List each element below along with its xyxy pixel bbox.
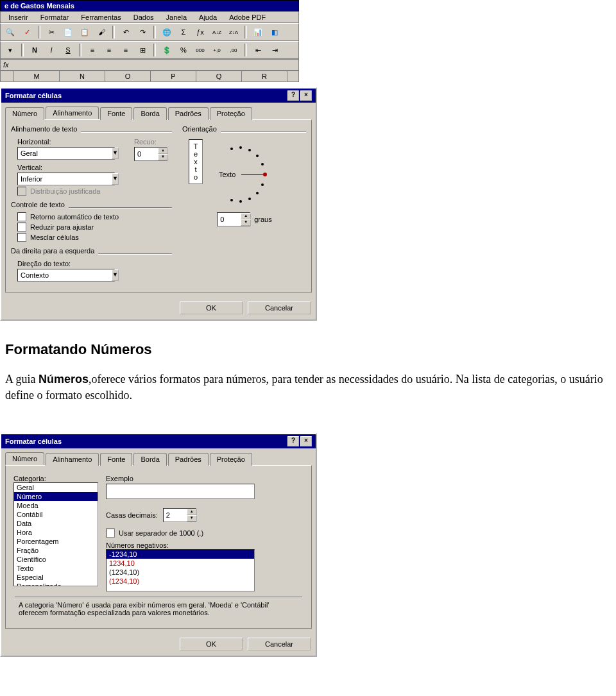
spin-up-icon[interactable]: ▲ [187,509,197,515]
spellcheck-icon[interactable]: ✓ [20,25,34,39]
sort-asc-icon[interactable]: A↓Z [210,25,224,39]
col-header-q[interactable]: Q [196,71,242,81]
corner-cell[interactable] [1,71,14,81]
combo-vertical-input[interactable] [18,174,112,184]
checkbox-thousands-separator[interactable]: Usar separador de 1000 (.) [106,529,304,538]
function-icon[interactable]: ƒx [193,25,207,39]
menu-dados[interactable]: Dados [128,12,159,22]
tab-padroes[interactable]: Padrões [168,453,209,466]
undo-icon[interactable]: ↶ [119,25,133,39]
col-header-o[interactable]: O [105,71,151,81]
checkbox-wrap-text[interactable]: Retorno automático de texto [17,212,172,221]
cancel-button[interactable]: Cancelar [248,638,311,650]
menu-adobe-pdf[interactable]: Adobe PDF [224,12,271,22]
combo-text-direction[interactable]: ▼ [17,269,115,282]
spin-down-icon[interactable]: ▼ [187,515,197,522]
list-item[interactable]: Geral [14,483,98,492]
list-item[interactable]: Data [14,519,98,528]
list-item[interactable]: Contábil [14,510,98,519]
decrease-indent-icon[interactable]: ⇤ [251,43,265,57]
list-item[interactable]: (1234,10) [107,568,254,577]
menu-janela[interactable]: Janela [161,12,192,22]
tab-numero[interactable]: Número [5,107,44,120]
spin-indent-input[interactable] [135,149,158,159]
spin-degrees-input[interactable] [218,214,241,225]
bold-icon[interactable]: N [28,43,42,57]
list-item[interactable]: Moeda [14,501,98,510]
list-item[interactable]: Especial [14,573,98,582]
menu-ajuda[interactable]: Ajuda [194,12,222,22]
tab-borda[interactable]: Borda [133,107,166,120]
spin-indent[interactable]: ▲ ▼ [134,147,167,161]
list-item[interactable]: Fração [14,546,98,555]
list-item[interactable]: 1234,10 [107,559,254,568]
ok-button[interactable]: OK [180,301,243,314]
col-header-p[interactable]: P [151,71,196,81]
tab-fonte[interactable]: Fonte [100,453,132,466]
tab-protecao[interactable]: Proteção [210,107,252,120]
percent-icon[interactable]: % [176,43,191,57]
hyperlink-icon[interactable]: 🌐 [160,25,174,39]
decrease-decimal-icon[interactable]: ,00 [227,43,241,57]
tab-alinhamento[interactable]: Alinhamento [46,106,99,119]
spin-decimals-input[interactable] [164,510,187,520]
tab-alinhamento[interactable]: Alinhamento [46,453,99,466]
checkbox-merge-cells[interactable]: Mesclar células [17,233,172,242]
checkbox-icon[interactable] [106,529,115,538]
close-button[interactable]: × [300,436,312,446]
tab-borda[interactable]: Borda [133,453,166,466]
paste-icon[interactable]: 📋 [78,25,92,39]
vertical-text-button[interactable]: Texto [189,139,203,184]
orientation-dial[interactable]: Texto [209,139,280,210]
redo-icon[interactable]: ↷ [135,25,150,39]
comma-icon[interactable]: 000 [193,43,207,57]
help-button[interactable]: ? [287,90,299,101]
align-center-icon[interactable]: ≡ [102,43,116,57]
format-painter-icon[interactable]: 🖌 [94,25,108,39]
ok-button[interactable]: OK [180,638,243,650]
spin-decimals[interactable]: ▲ ▼ [163,508,196,522]
tab-protecao[interactable]: Proteção [210,453,252,466]
italic-icon[interactable]: I [44,43,58,57]
list-item[interactable]: Número [14,492,98,501]
combo-horizontal[interactable]: ▼ [17,147,115,160]
help-button[interactable]: ? [287,436,299,446]
autosum-icon[interactable]: Σ [176,25,191,39]
menu-formatar[interactable]: Formatar [35,12,74,22]
copy-icon[interactable]: 📄 [61,25,75,39]
list-negative-numbers[interactable]: -1234,10 1234,10 (1234,10) (1234,10) [106,549,255,591]
tab-padroes[interactable]: Padrões [168,107,209,120]
checkbox-shrink-to-fit[interactable]: Reduzir para ajustar [17,223,172,232]
cancel-button[interactable]: Cancelar [248,301,311,314]
tab-numero[interactable]: Número [5,452,44,465]
currency-icon[interactable]: 💲 [160,43,174,57]
spin-down-icon[interactable]: ▼ [241,219,251,226]
list-item[interactable]: (1234,10) [107,577,254,586]
increase-decimal-icon[interactable]: +,0 [210,43,224,57]
cut-icon[interactable]: ✂ [44,25,58,39]
underline-icon[interactable]: S [61,43,75,57]
list-category[interactable]: Geral Número Moeda Contábil Data Hora Po… [13,482,98,586]
checkbox-icon[interactable] [17,212,26,221]
menu-ferramentas[interactable]: Ferramentas [76,12,126,22]
list-item[interactable]: Científico [14,555,98,564]
list-item[interactable]: -1234,10 [107,550,254,559]
list-item[interactable]: Personalizado [14,582,98,586]
spin-down-icon[interactable]: ▼ [158,154,168,160]
combo-horizontal-input[interactable] [18,148,112,158]
increase-indent-icon[interactable]: ⇥ [268,43,282,57]
align-right-icon[interactable]: ≡ [119,43,133,57]
combo-vertical[interactable]: ▼ [17,173,115,185]
col-header-n[interactable]: N [60,71,105,81]
close-button[interactable]: × [300,90,312,101]
combo-text-direction-input[interactable] [18,270,112,280]
tab-fonte[interactable]: Fonte [100,107,132,120]
checkbox-icon[interactable] [17,223,26,232]
chart-icon[interactable]: 📊 [251,25,265,39]
chevron-down-icon[interactable]: ▼ [112,269,119,281]
merge-center-icon[interactable]: ⊞ [135,43,150,57]
spin-up-icon[interactable]: ▲ [158,148,168,154]
list-item[interactable]: Porcentagem [14,537,98,546]
spin-degrees[interactable]: ▲ ▼ [217,212,250,226]
col-header-m[interactable]: M [14,71,60,81]
